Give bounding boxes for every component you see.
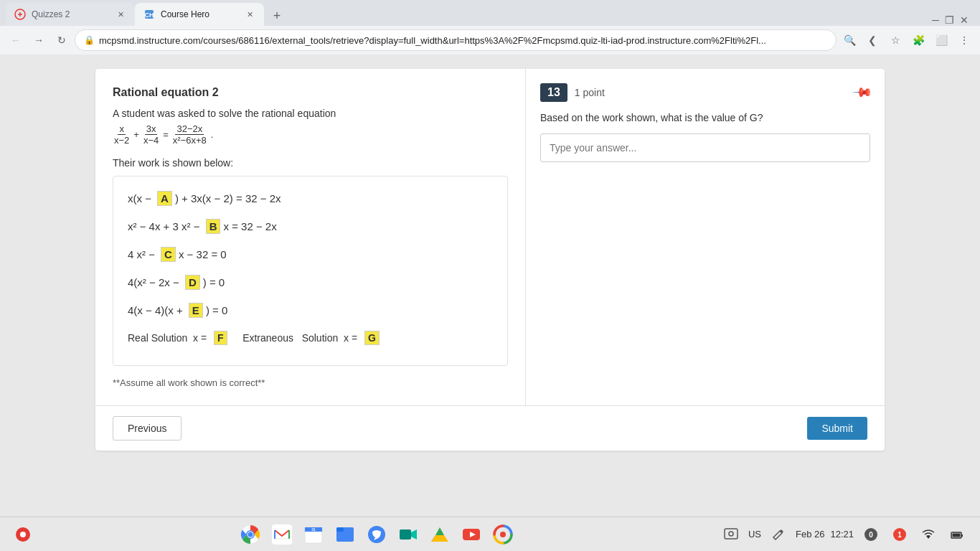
fraction-equation: x x−2 + 3x x−4 = 32−2x x²−6x+8 . [113,123,508,146]
assume-note: **Assume all work shown is correct** [113,377,508,388]
system-icon[interactable] [11,523,34,546]
calendar-icon[interactable]: 31 [302,523,325,546]
svg-point-8 [248,532,253,537]
math-step-2: x² − 4x + 3 x² − Bx = 32 − 2x [128,219,493,234]
tab-quizzes2[interactable]: Quizzes 2 ✕ [6,3,135,26]
close-icon[interactable]: ✕ [960,14,969,26]
question-number-badge: 13 [540,83,567,102]
points-label: 1 point [575,87,605,98]
quizzes-tab-icon [14,9,26,20]
battery-icon[interactable] [946,523,969,546]
address-bar-row: ← → ↻ 🔒 mcpsmd.instructure.com/courses/6… [0,26,980,55]
quiz-main: Rational equation 2 A student was asked … [95,69,885,405]
submit-button[interactable]: Submit [807,417,867,440]
svg-rect-19 [725,529,738,539]
quiz-footer: Previous Submit [95,405,885,451]
math-step-5: 4(x − 4)(x + E) = 0 [128,303,493,318]
math-step-4: 4(x² − 2x − D) = 0 [128,275,493,290]
new-tab-button[interactable]: + [267,6,287,26]
question-description: A student was asked to solve the rationa… [113,108,508,119]
box-F: F [214,331,227,345]
notification-icon[interactable]: 0 [859,523,882,546]
page-content: Rational equation 2 A student was asked … [0,55,980,517]
address-bar[interactable]: 🔒 mcpsmd.instructure.com/courses/686116/… [75,29,837,51]
previous-button[interactable]: Previous [113,416,182,441]
svg-rect-16 [400,529,411,540]
solution-line: Real Solution x = F Extraneous Solution … [128,331,493,345]
wifi-icon[interactable] [917,523,940,546]
taskbar-center: 31 [239,523,514,546]
quiz-container: Rational equation 2 A student was asked … [95,69,885,451]
question-panel: Rational equation 2 A student was asked … [95,69,526,405]
address-bar-actions: 🔍 ❮ ☆ 🧩 ⬜ ⋮ [839,30,974,50]
profile-icon[interactable]: ⬜ [931,30,951,50]
pin-icon[interactable]: 📌 [851,81,873,103]
tab-quizzes2-label: Quizzes 2 [32,9,109,19]
svg-point-4 [20,532,26,537]
box-G: G [364,331,380,345]
gmail-icon[interactable] [270,523,293,546]
minimize-icon[interactable]: ─ [932,14,939,26]
messages-icon[interactable] [365,523,388,546]
date-label: Feb 26 [796,529,824,540]
svg-text:31: 31 [312,527,316,532]
svg-point-20 [729,532,733,536]
alert-icon[interactable]: 1 [888,523,911,546]
chrome-icon[interactable] [239,523,262,546]
math-step-1: x(x − A) + 3x(x − 2) = 32 − 2x [128,191,493,206]
taskbar-left [11,523,34,546]
frac2: 3x x−4 [142,123,160,146]
answer-input[interactable] [540,133,870,162]
work-label: Their work is shown below: [113,157,508,169]
math-step-3: 4 x² − Cx − 32 = 0 [128,247,493,262]
photos-icon[interactable] [491,523,514,546]
box-E: E [189,303,203,318]
extension-icon[interactable]: 🧩 [908,30,928,50]
answer-panel: 13 1 point 📌 Based on the work shown, wh… [526,69,885,405]
window-controls: ─ ❐ ✕ [926,14,974,26]
url-text: mcpsmd.instructure.com/courses/686116/ex… [99,35,827,46]
svg-text:1: 1 [897,531,902,539]
box-B: B [206,219,221,234]
box-C: C [161,247,176,262]
browser-chrome: Quizzes 2 ✕ CH Course Hero ✕ + ─ ❐ ✕ ← →… [0,0,980,55]
reload-button[interactable]: ↻ [52,30,72,50]
forward-button[interactable]: → [29,30,49,50]
svg-point-18 [500,532,506,537]
tab-bar: Quizzes 2 ✕ CH Course Hero ✕ + ─ ❐ ✕ [0,0,980,26]
meet-icon[interactable] [397,523,420,546]
svg-rect-26 [961,534,963,537]
time-label: 12:21 [830,529,854,540]
tab-coursehero-close[interactable]: ✕ [244,9,255,20]
tab-coursehero[interactable]: CH Course Hero ✕ [135,3,264,26]
drive-icon[interactable] [428,523,451,546]
question-header: 13 1 point 📌 [540,83,870,102]
work-box: x(x − A) + 3x(x − 2) = 32 − 2x x² − 4x +… [113,176,508,366]
svg-text:CH: CH [145,11,154,19]
box-A: A [157,191,172,206]
frac3: 32−2x x²−6x+8 [171,123,208,146]
tab-coursehero-label: Course Hero [161,9,238,19]
coursehero-tab-icon: CH [143,9,155,20]
svg-text:0: 0 [869,531,873,539]
box-D: D [185,275,200,290]
back-button[interactable]: ← [6,30,26,50]
menu-icon[interactable]: ⋮ [954,30,974,50]
bookmark-icon[interactable]: ☆ [885,30,905,50]
question-title: Rational equation 2 [113,86,508,99]
frac1: x x−2 [113,123,131,146]
region-label: US [748,529,761,540]
search-icon[interactable]: 🔍 [839,30,859,50]
svg-rect-14 [336,527,344,532]
tab-quizzes2-close[interactable]: ✕ [115,9,126,20]
question-text: Based on the work shown, what is the val… [540,112,870,123]
lock-icon: 🔒 [84,35,95,45]
restore-icon[interactable]: ❐ [945,14,954,26]
share-icon[interactable]: ❮ [862,30,882,50]
svg-rect-27 [953,533,961,537]
youtube-icon[interactable] [460,523,483,546]
files-icon[interactable] [334,523,357,546]
taskbar-right: US Feb 26 12:21 0 1 [720,523,969,546]
screenshot-icon[interactable] [720,523,743,546]
pen-icon[interactable] [767,523,790,546]
